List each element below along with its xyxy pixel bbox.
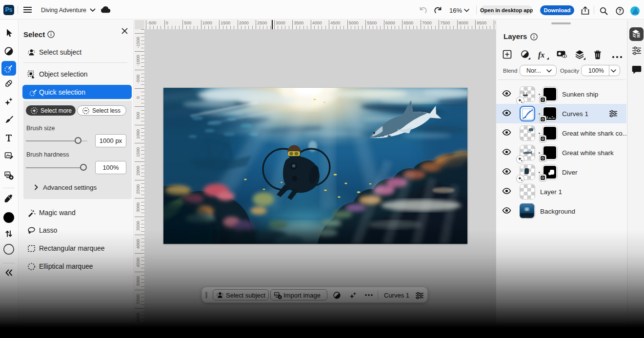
svg-text:?: ? (618, 8, 621, 14)
svg-text:fx: fx (538, 51, 544, 60)
